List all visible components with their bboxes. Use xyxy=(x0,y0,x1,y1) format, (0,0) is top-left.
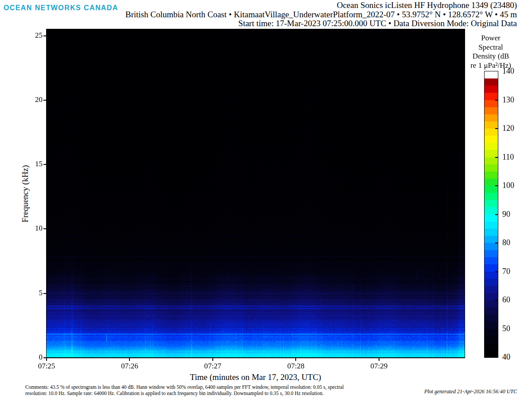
generated-timestamp: Plot generated 21-Apr-2026 16:56:40 UTC xyxy=(424,388,517,395)
y-tick-mark xyxy=(43,100,46,101)
colorbar-tick-mark xyxy=(495,157,498,158)
comments-line2: resolution: 10.0 Hz. Sample rate: 64000 … xyxy=(25,391,344,397)
x-tick-label: 07:25 xyxy=(32,362,61,371)
colorbar-tick-label: 140 xyxy=(502,66,514,76)
colorbar-tick-label: 70 xyxy=(502,267,510,276)
y-tick-label: 10 xyxy=(24,224,43,233)
colorbar-title-line1: Power xyxy=(458,34,524,43)
colorbar-tick-label: 60 xyxy=(502,295,510,305)
figure-title-line3: Start time: 17-Mar-2023 07:25:00.000 UTC… xyxy=(125,19,517,28)
colorbar-tick-label: 100 xyxy=(502,181,514,190)
x-tick-mark xyxy=(379,358,379,361)
x-tick-mark xyxy=(295,358,296,361)
colorbar-tick-label: 120 xyxy=(502,124,514,133)
colorbar-tick-mark xyxy=(495,128,498,129)
x-tick-mark xyxy=(212,358,213,361)
y-tick-mark xyxy=(43,228,46,229)
y-tick-mark xyxy=(43,357,46,358)
y-tick-label: 15 xyxy=(24,160,43,168)
colorbar-tick-label: 130 xyxy=(502,95,514,105)
colorbar-tick-mark xyxy=(495,214,498,215)
x-axis-line xyxy=(46,357,465,358)
colorbar-tick-mark xyxy=(495,100,498,101)
x-tick-label: 07:28 xyxy=(282,362,310,371)
x-tick-mark xyxy=(46,358,47,361)
colorbar-tick-label: 40 xyxy=(502,352,510,362)
colorbar-tick-label: 90 xyxy=(502,210,510,219)
comments-text: Comments: 43.5 % of spectrogram is less … xyxy=(25,384,344,396)
spectrogram-plot xyxy=(47,29,465,358)
x-tick-label: 07:27 xyxy=(199,362,227,371)
y-tick-label: 5 xyxy=(24,289,43,297)
comments-line1: Comments: 43.5 % of spectrogram is less … xyxy=(25,384,344,391)
y-tick-label: 0 xyxy=(24,353,43,362)
x-tick-label: 07:26 xyxy=(115,362,144,371)
colorbar-title-line2: Spectral xyxy=(458,43,524,52)
y-tick-mark xyxy=(43,35,46,36)
colorbar-tick-mark xyxy=(495,271,498,272)
y-tick-mark xyxy=(43,293,46,294)
figure-title-block: Ocean Sonics icListen HF Hydrophone 1349… xyxy=(125,1,517,28)
onc-logo: OCEAN NETWORKS CANADA xyxy=(4,4,118,12)
colorbar-tick-mark xyxy=(495,329,498,329)
x-axis-label: Time (minutes on Mar 17, 2023, UTC) xyxy=(47,372,465,382)
colorbar-tick-mark xyxy=(495,185,498,186)
x-tick-mark xyxy=(129,358,130,361)
colorbar-tick-mark xyxy=(495,300,498,301)
figure-title-line2: British Columbia North Coast • KitamaatV… xyxy=(125,10,517,20)
y-tick-mark xyxy=(43,164,46,165)
figure-root: OCEAN NETWORKS CANADA Ocean Sonics icLis… xyxy=(0,0,532,399)
colorbar-tick-label: 50 xyxy=(502,324,510,333)
colorbar-title-line3: Density (dB xyxy=(458,52,524,61)
colorbar-tick-label: 80 xyxy=(502,238,510,247)
colorbar-tick-mark xyxy=(495,243,498,243)
y-tick-label: 25 xyxy=(24,31,43,40)
figure-title-line1: Ocean Sonics icListen HF Hydrophone 1349… xyxy=(125,1,517,10)
x-tick-label: 07:29 xyxy=(365,362,393,371)
colorbar-title: Power Spectral Density (dB re 1 μPa²/Hz) xyxy=(458,34,524,70)
colorbar-tick-label: 110 xyxy=(502,153,514,162)
y-tick-label: 20 xyxy=(24,95,43,104)
